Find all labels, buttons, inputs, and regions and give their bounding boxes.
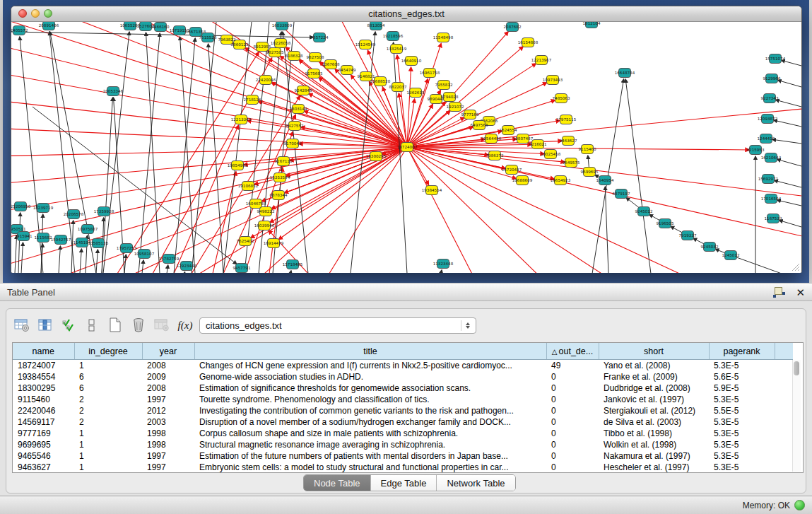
table-cell[interactable]: Tibbo et al. (1998): [599, 428, 709, 439]
table-cell[interactable]: 0: [546, 462, 599, 473]
table-cell[interactable]: 0: [546, 405, 599, 416]
tab-network-table[interactable]: Network Table: [437, 475, 514, 491]
table-cell[interactable]: 9463627: [13, 462, 74, 473]
citation-edge-red[interactable]: [407, 147, 704, 273]
table-row[interactable]: 1830029562008Estimation of significance …: [13, 382, 793, 394]
citation-edge-black[interactable]: [605, 187, 608, 273]
column-header-title[interactable]: title: [194, 343, 546, 360]
delete-column-button[interactable]: [130, 317, 147, 334]
function-builder-button[interactable]: f(x): [177, 317, 194, 334]
table-cell[interactable]: 2003: [142, 416, 194, 428]
table-cell[interactable]: 0: [546, 428, 599, 439]
citation-edge-red[interactable]: [213, 172, 236, 273]
table-cell[interactable]: 5.9E-5: [709, 382, 775, 394]
close-panel-icon[interactable]: ✕: [796, 287, 805, 298]
table-scrollbar[interactable]: [792, 360, 801, 472]
table-cell[interactable]: 5.3E-5: [709, 462, 775, 473]
minimize-window-button[interactable]: [31, 9, 40, 18]
float-panel-icon[interactable]: [773, 286, 786, 298]
table-cell[interactable]: 0: [546, 416, 599, 428]
citation-edge-black[interactable]: [71, 221, 73, 273]
citation-edge-red[interactable]: [407, 147, 801, 199]
table-cell[interactable]: 2: [74, 416, 142, 428]
citation-edge-black[interactable]: [779, 221, 801, 227]
table-row[interactable]: 2242004622012Investigating the contribut…: [13, 405, 793, 416]
table-cell[interactable]: 19384554: [13, 371, 74, 382]
citation-edge-black[interactable]: [283, 32, 308, 273]
table-cell[interactable]: 0: [546, 394, 599, 405]
table-cell[interactable]: 5.5E-5: [709, 405, 775, 416]
table-cell[interactable]: 1997: [142, 462, 194, 473]
tab-edge-table[interactable]: Edge Table: [371, 475, 437, 491]
unselect-all-columns-button[interactable]: [83, 317, 100, 334]
table-cell[interactable]: 1: [74, 428, 142, 439]
table-cell[interactable]: 18300295: [13, 382, 74, 394]
table-cell[interactable]: 1997: [142, 450, 194, 462]
table-cell[interactable]: 9115460: [13, 394, 74, 405]
table-row[interactable]: 969969511998Structural magnetic resonanc…: [13, 439, 793, 450]
table-cell[interactable]: 14569117: [13, 416, 74, 428]
citation-edge-red[interactable]: [11, 147, 407, 156]
citation-edge-black[interactable]: [777, 159, 801, 166]
table-cell[interactable]: 2008: [142, 382, 194, 394]
table-cell[interactable]: 1: [74, 439, 142, 450]
column-header-in_degree[interactable]: in_degree: [74, 343, 142, 360]
column-header-out_de[interactable]: △out_de...: [546, 343, 599, 360]
citation-edge-black[interactable]: [774, 120, 801, 127]
citation-edge-black[interactable]: [21, 243, 23, 273]
table-cell[interactable]: Dudbridge et al. (2008): [599, 382, 709, 394]
table-cell[interactable]: 5.3E-5: [709, 360, 775, 372]
column-header-year[interactable]: year: [142, 343, 194, 360]
table-cell[interactable]: 5.3E-5: [709, 394, 775, 405]
table-cell[interactable]: 9465546: [13, 450, 74, 462]
table-cell[interactable]: 6: [74, 371, 142, 382]
citation-edge-red[interactable]: [407, 147, 801, 241]
network-window[interactable]: citations_edges.txt 18724007886012389129…: [11, 6, 802, 273]
table-cell[interactable]: Embryonic stem cells: a model to study s…: [194, 462, 546, 473]
table-cell[interactable]: 1998: [142, 428, 194, 439]
table-cell[interactable]: Genome-wide association studies in ADHD.: [194, 371, 546, 382]
table-cell[interactable]: 9699695: [13, 439, 74, 450]
table-cell[interactable]: 5.3E-5: [709, 450, 775, 462]
table-cell[interactable]: 1998: [142, 439, 194, 450]
table-mode-button[interactable]: [13, 317, 30, 334]
table-cell[interactable]: Investigating the contribution of common…: [194, 405, 546, 416]
citation-edge-red[interactable]: [407, 147, 548, 273]
table-scrollbar-thumb[interactable]: [794, 361, 799, 375]
table-cell[interactable]: 2: [74, 405, 142, 416]
table-selector-dropdown[interactable]: citations_edges.txt: [199, 317, 476, 334]
citation-edge-red[interactable]: [278, 147, 407, 240]
citation-edge-black[interactable]: [59, 246, 60, 273]
table-cell[interactable]: Stergiakouli et al. (2012): [599, 405, 709, 416]
table-row[interactable]: 946362711997Embryonic stem cells: a mode…: [13, 462, 793, 473]
table-cell[interactable]: Nakamura et al. (1997): [599, 450, 709, 462]
table-cell[interactable]: 2012: [142, 405, 194, 416]
table-cell[interactable]: 0: [546, 371, 599, 382]
table-header-row[interactable]: namein_degreeyeartitle△out_de...shortpag…: [13, 343, 793, 360]
citation-edge-black[interactable]: [778, 80, 801, 87]
table-cell[interactable]: 1: [74, 360, 142, 372]
table-cell[interactable]: 5.3E-5: [709, 428, 775, 439]
network-graph[interactable]: 1872400788601238912955182260589827505818…: [11, 22, 801, 273]
table-cell[interactable]: Wolkin et al. (1998): [599, 439, 709, 450]
table-cell[interactable]: 1: [74, 462, 142, 473]
citation-edge-black[interactable]: [184, 272, 185, 273]
select-all-columns-button[interactable]: [60, 317, 77, 334]
table-cell[interactable]: Estimation of significance thresholds fo…: [194, 382, 546, 394]
citation-edge-black[interactable]: [772, 139, 801, 144]
table-cell[interactable]: 49: [546, 360, 599, 372]
citation-edge-black[interactable]: [192, 22, 216, 273]
table-row[interactable]: 1872400712008Changes of HCN gene express…: [13, 360, 793, 372]
citation-edge-black[interactable]: [96, 250, 98, 273]
table-cell[interactable]: 2: [74, 394, 142, 405]
network-canvas[interactable]: 1872400788601238912955182260589827505818…: [11, 22, 801, 273]
table-cell[interactable]: 5.3E-5: [709, 439, 775, 450]
citation-edge-black[interactable]: [142, 260, 143, 273]
citation-edge-black[interactable]: [18, 213, 20, 273]
table-row[interactable]: 946554611997Estimation of the future num…: [13, 450, 793, 462]
network-window-titlebar[interactable]: citations_edges.txt: [11, 6, 801, 22]
table-cell[interactable]: Changes of HCN gene expression and I(f) …: [194, 360, 546, 372]
column-header-name[interactable]: name: [13, 343, 74, 360]
table-cell[interactable]: Disruption of a novel member of a sodium…: [194, 416, 546, 428]
node-table[interactable]: namein_degreeyeartitle△out_de...shortpag…: [12, 342, 804, 473]
